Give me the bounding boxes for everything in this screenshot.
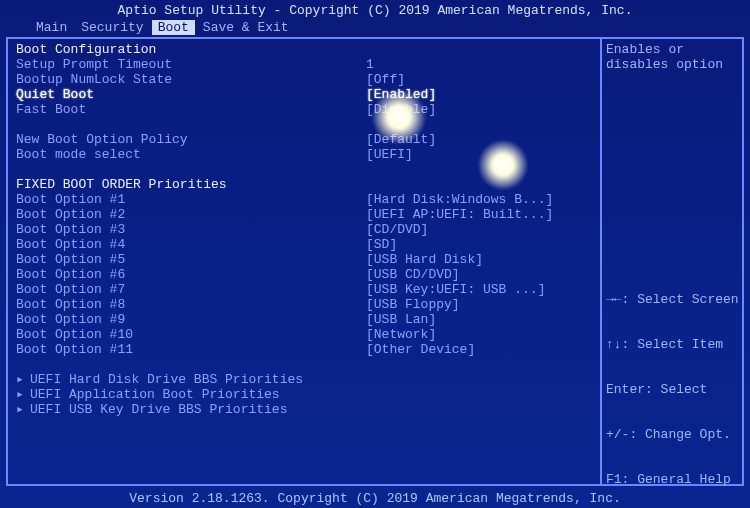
opt-label: Boot Option #5: [16, 252, 366, 267]
opt-label: Fast Boot: [16, 102, 366, 117]
opt-label: Boot Option #4: [16, 237, 366, 252]
boot-option-8[interactable]: Boot Option #8[USB Floppy]: [16, 297, 596, 312]
quiet-boot[interactable]: Quiet Boot[Enabled]: [16, 87, 596, 102]
opt-label: Boot Option #3: [16, 222, 366, 237]
opt-label: Boot Option #2: [16, 207, 366, 222]
key-select-item: ↑↓: Select Item: [606, 337, 738, 352]
spacer: [16, 117, 596, 132]
opt-value: [Disable]: [366, 102, 436, 117]
submenu-application-boot[interactable]: ▸UEFI Application Boot Priorities: [16, 387, 596, 402]
setup-prompt-timeout[interactable]: Setup Prompt Timeout1: [16, 57, 596, 72]
submenu-usb-key-bbs[interactable]: ▸UEFI USB Key Drive BBS Priorities: [16, 402, 596, 417]
triangle-icon: ▸: [16, 372, 30, 387]
submenu-hard-disk-bbs[interactable]: ▸UEFI Hard Disk Drive BBS Priorities: [16, 372, 596, 387]
opt-value: [USB Lan]: [366, 312, 436, 327]
boot-option-4[interactable]: Boot Option #4[SD]: [16, 237, 596, 252]
opt-label: Quiet Boot: [16, 87, 366, 102]
triangle-icon: ▸: [16, 402, 30, 417]
tab-save-exit[interactable]: Save & Exit: [197, 20, 295, 35]
boot-option-10[interactable]: Boot Option #10[Network]: [16, 327, 596, 342]
opt-value: [CD/DVD]: [366, 222, 428, 237]
opt-label: Boot Option #8: [16, 297, 366, 312]
help-pane: Enables or disables option →←: Select Sc…: [606, 42, 738, 482]
menu-bar: Main Security Boot Save & Exit: [0, 20, 750, 35]
key-change-opt: +/-: Change Opt.: [606, 427, 738, 442]
spacer: [16, 162, 596, 177]
opt-label: New Boot Option Policy: [16, 132, 366, 147]
new-boot-option-policy[interactable]: New Boot Option Policy[Default]: [16, 132, 596, 147]
submenu-label: UEFI Hard Disk Drive BBS Priorities: [30, 372, 303, 387]
key-legend: →←: Select Screen ↑↓: Select Item Enter:…: [606, 262, 738, 508]
boot-option-6[interactable]: Boot Option #6[USB CD/DVD]: [16, 267, 596, 282]
opt-label: Boot mode select: [16, 147, 366, 162]
boot-option-2[interactable]: Boot Option #2[UEFI AP:UEFI: Built...]: [16, 207, 596, 222]
opt-value: [Default]: [366, 132, 436, 147]
opt-value: [USB Key:UEFI: USB ...]: [366, 282, 545, 297]
main-pane: Boot Configuration Setup Prompt Timeout1…: [16, 42, 596, 482]
fast-boot[interactable]: Fast Boot[Disable]: [16, 102, 596, 117]
boot-option-1[interactable]: Boot Option #1[Hard Disk:Windows B...]: [16, 192, 596, 207]
triangle-icon: ▸: [16, 387, 30, 402]
boot-option-9[interactable]: Boot Option #9[USB Lan]: [16, 312, 596, 327]
key-general-help: F1: General Help: [606, 472, 738, 487]
submenu-label: UEFI Application Boot Priorities: [30, 387, 280, 402]
help-text: Enables or disables option: [606, 42, 738, 72]
opt-value: [Off]: [366, 72, 405, 87]
utility-title: Aptio Setup Utility - Copyright (C) 2019…: [0, 0, 750, 20]
opt-value: [UEFI AP:UEFI: Built...]: [366, 207, 553, 222]
key-enter: Enter: Select: [606, 382, 738, 397]
bootup-numlock-state[interactable]: Bootup NumLock State[Off]: [16, 72, 596, 87]
opt-value: [Network]: [366, 327, 436, 342]
boot-mode-select[interactable]: Boot mode select[UEFI]: [16, 147, 596, 162]
spacer: [16, 357, 596, 372]
opt-label: Boot Option #7: [16, 282, 366, 297]
boot-option-7[interactable]: Boot Option #7[USB Key:UEFI: USB ...]: [16, 282, 596, 297]
tab-boot[interactable]: Boot: [152, 20, 195, 35]
opt-value: [UEFI]: [366, 147, 413, 162]
opt-label: Setup Prompt Timeout: [16, 57, 366, 72]
opt-label: Boot Option #11: [16, 342, 366, 357]
opt-value: 1: [366, 57, 374, 72]
boot-option-5[interactable]: Boot Option #5[USB Hard Disk]: [16, 252, 596, 267]
boot-config-heading: Boot Configuration: [16, 42, 596, 57]
fixed-boot-order-heading: FIXED BOOT ORDER Priorities: [16, 177, 596, 192]
opt-label: Boot Option #9: [16, 312, 366, 327]
opt-label: Boot Option #6: [16, 267, 366, 282]
opt-value: [SD]: [366, 237, 397, 252]
opt-value: [Hard Disk:Windows B...]: [366, 192, 553, 207]
tab-security[interactable]: Security: [75, 20, 149, 35]
pane-divider: [600, 37, 602, 486]
submenu-label: UEFI USB Key Drive BBS Priorities: [30, 402, 287, 417]
opt-value: [USB CD/DVD]: [366, 267, 460, 282]
opt-label: Boot Option #10: [16, 327, 366, 342]
opt-value: [Other Device]: [366, 342, 475, 357]
version-footer: Version 2.18.1263. Copyright (C) 2019 Am…: [0, 491, 750, 506]
opt-label: Boot Option #1: [16, 192, 366, 207]
opt-value: [USB Floppy]: [366, 297, 460, 312]
boot-option-3[interactable]: Boot Option #3[CD/DVD]: [16, 222, 596, 237]
opt-value: [Enabled]: [366, 87, 436, 102]
tab-main[interactable]: Main: [30, 20, 73, 35]
opt-label: Bootup NumLock State: [16, 72, 366, 87]
opt-value: [USB Hard Disk]: [366, 252, 483, 267]
key-select-screen: →←: Select Screen: [606, 292, 738, 307]
boot-option-11[interactable]: Boot Option #11[Other Device]: [16, 342, 596, 357]
